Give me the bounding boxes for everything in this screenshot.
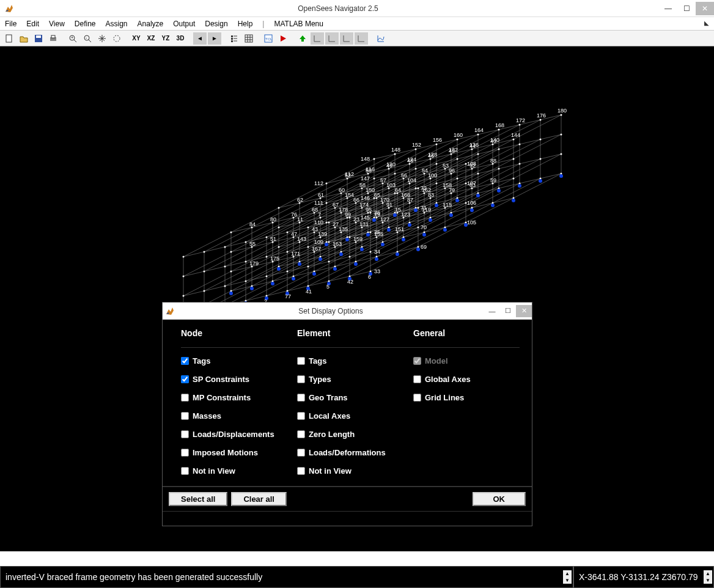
svg-point-618 bbox=[245, 281, 247, 282]
save-icon[interactable] bbox=[32, 32, 45, 45]
elem-checkbox-1[interactable] bbox=[297, 375, 305, 383]
graph3-icon[interactable] bbox=[340, 32, 353, 45]
select-all-button[interactable]: Select all bbox=[169, 492, 227, 506]
view-3d[interactable]: 3D bbox=[174, 32, 187, 45]
options-icon[interactable] bbox=[227, 32, 241, 45]
view-yz[interactable]: YZ bbox=[159, 32, 172, 45]
svg-point-735 bbox=[278, 207, 280, 209]
gen-checkbox-2[interactable] bbox=[413, 394, 421, 402]
close-button[interactable]: ✕ bbox=[696, 2, 714, 15]
dialog-minimize-button[interactable]: — bbox=[484, 305, 500, 317]
svg-line-152 bbox=[499, 164, 520, 169]
run-icon[interactable] bbox=[276, 32, 290, 45]
svg-text:67: 67 bbox=[333, 202, 339, 208]
node-opt-5[interactable]: Imposed Motions bbox=[181, 443, 297, 461]
menu-output[interactable]: Output bbox=[173, 20, 195, 28]
elem-checkbox-0[interactable] bbox=[297, 357, 305, 365]
svg-point-617 bbox=[224, 285, 226, 287]
node-opt-0[interactable]: Tags bbox=[181, 351, 297, 370]
svg-line-111 bbox=[204, 286, 225, 291]
menu-define[interactable]: Define bbox=[75, 20, 96, 28]
graph1-icon[interactable] bbox=[311, 32, 324, 45]
svg-point-685 bbox=[278, 227, 280, 229]
new-icon[interactable] bbox=[2, 32, 16, 45]
menu-analyze[interactable]: Analyze bbox=[138, 20, 164, 28]
node-checkbox-5[interactable] bbox=[181, 449, 189, 457]
elem-checkbox-5[interactable] bbox=[297, 449, 305, 457]
view-xz[interactable]: XZ bbox=[144, 32, 158, 45]
svg-line-240 bbox=[183, 252, 231, 276]
rotate-icon[interactable] bbox=[110, 32, 123, 45]
tcl-icon[interactable]: TCL bbox=[262, 32, 275, 45]
node-checkbox-4[interactable] bbox=[181, 430, 189, 438]
elem-opt-0[interactable]: Tags bbox=[297, 351, 413, 370]
open-icon[interactable] bbox=[17, 32, 31, 45]
clear-all-button[interactable]: Clear all bbox=[231, 492, 287, 506]
node-opt-3[interactable]: Masses bbox=[181, 406, 297, 425]
plot-icon[interactable] bbox=[374, 32, 388, 45]
dialog-close-button[interactable]: ✕ bbox=[516, 305, 532, 317]
node-opt-2[interactable]: MP Constraints bbox=[181, 388, 297, 406]
minimize-button[interactable]: — bbox=[659, 2, 677, 15]
menu-file[interactable]: File bbox=[5, 20, 17, 28]
gen-opt-1[interactable]: Global Axes bbox=[413, 370, 520, 388]
zoom-out-icon[interactable]: - bbox=[81, 32, 94, 45]
menu-corner-icon[interactable]: ◣ bbox=[704, 20, 709, 26]
gen-opt-2[interactable]: Grid Lines bbox=[413, 388, 520, 406]
view-xy[interactable]: XY bbox=[130, 32, 143, 45]
svg-point-600 bbox=[414, 208, 418, 212]
node-opt-1[interactable]: SP Constraints bbox=[181, 370, 297, 388]
elem-opt-3[interactable]: Local Axes bbox=[297, 406, 413, 425]
graph4-icon[interactable] bbox=[355, 32, 368, 45]
print-icon[interactable] bbox=[46, 32, 60, 45]
zoom-in-icon[interactable]: + bbox=[66, 32, 79, 45]
svg-line-154 bbox=[540, 154, 561, 159]
maximize-button[interactable]: ☐ bbox=[677, 2, 696, 15]
next-icon[interactable]: ► bbox=[208, 32, 221, 45]
svg-point-725 bbox=[230, 232, 232, 233]
node-opt-4[interactable]: Loads/Displacements bbox=[181, 425, 297, 443]
svg-line-113 bbox=[246, 276, 267, 281]
elem-opt-4[interactable]: Zero Length bbox=[297, 425, 413, 443]
pan-icon[interactable] bbox=[95, 32, 109, 45]
elem-opt-6[interactable]: Not in View bbox=[297, 461, 413, 480]
gen-checkbox-1[interactable] bbox=[413, 375, 421, 383]
node-checkbox-3[interactable] bbox=[181, 412, 189, 420]
node-checkbox-1[interactable] bbox=[181, 375, 189, 383]
menu-assign[interactable]: Assign bbox=[106, 20, 128, 28]
node-checkbox-0[interactable] bbox=[181, 357, 189, 365]
menu-design[interactable]: Design bbox=[205, 20, 227, 28]
svg-text:112: 112 bbox=[314, 180, 323, 186]
svg-point-710 bbox=[477, 153, 479, 155]
grid-icon[interactable] bbox=[242, 32, 256, 45]
svg-text:23: 23 bbox=[353, 216, 359, 222]
up-arrow-icon[interactable] bbox=[296, 32, 309, 45]
node-label-4: Loads/Displacements bbox=[193, 430, 274, 439]
elem-opt-5[interactable]: Loads/Deformations bbox=[297, 443, 413, 461]
node-opt-6[interactable]: Not in View bbox=[181, 461, 297, 480]
elem-checkbox-4[interactable] bbox=[297, 430, 305, 438]
svg-text:150: 150 bbox=[366, 187, 375, 193]
coords-scroll[interactable]: ▲▼ bbox=[704, 570, 712, 584]
elem-opt-1[interactable]: Types bbox=[297, 370, 413, 388]
menu-view[interactable]: View bbox=[49, 20, 65, 28]
elem-checkbox-2[interactable] bbox=[297, 394, 305, 402]
svg-line-195 bbox=[183, 271, 204, 276]
menu-edit[interactable]: Edit bbox=[26, 20, 39, 28]
svg-point-562 bbox=[339, 252, 343, 256]
svg-line-194 bbox=[513, 154, 561, 178]
prev-icon[interactable]: ◄ bbox=[193, 32, 207, 45]
menu-help[interactable]: Help bbox=[238, 20, 253, 28]
elem-opt-2[interactable]: Geo Trans bbox=[297, 388, 413, 406]
graph2-icon[interactable] bbox=[325, 32, 339, 45]
status-scroll[interactable]: ▲▼ bbox=[563, 570, 572, 584]
node-checkbox-2[interactable] bbox=[181, 394, 189, 402]
ok-button[interactable]: OK bbox=[473, 492, 526, 506]
menu-matlab[interactable]: MATLAB Menu bbox=[274, 20, 323, 28]
node-checkbox-6[interactable] bbox=[181, 467, 189, 475]
dialog-maximize-button[interactable]: ☐ bbox=[500, 305, 516, 317]
elem-checkbox-6[interactable] bbox=[297, 467, 305, 475]
gen-label-1: Global Axes bbox=[425, 375, 471, 384]
elem-checkbox-3[interactable] bbox=[297, 412, 305, 420]
svg-text:41: 41 bbox=[306, 288, 312, 295]
